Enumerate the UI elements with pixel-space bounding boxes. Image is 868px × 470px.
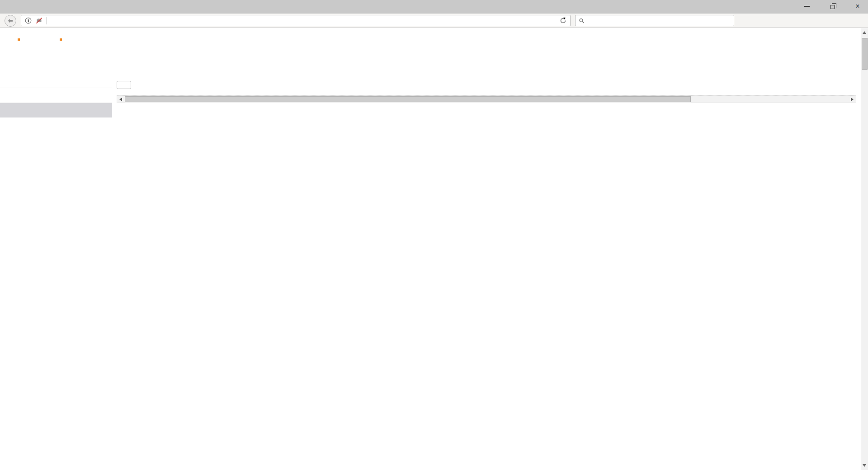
window-controls: ×	[801, 0, 863, 13]
minimize-button[interactable]	[801, 2, 813, 11]
url-separator	[46, 17, 47, 24]
new-tab-button[interactable]	[300, 1, 314, 12]
sidebar-sections	[0, 73, 112, 118]
site-info-icon[interactable]	[24, 17, 32, 24]
search-button[interactable]	[117, 81, 131, 89]
scroll-left-arrow[interactable]	[119, 98, 122, 101]
scroll-up-arrow[interactable]	[863, 31, 866, 34]
sidebar	[0, 66, 112, 470]
vertical-scrollbar[interactable]	[861, 28, 868, 470]
sidebar-section-pomoc[interactable]	[0, 73, 112, 88]
horizontal-scrollbar[interactable]	[117, 95, 856, 103]
browser-navbar	[0, 14, 868, 28]
scroll-down-arrow[interactable]	[863, 464, 866, 467]
back-button[interactable]	[5, 15, 16, 27]
tab-strip	[11, 0, 868, 14]
vertical-scroll-thumb[interactable]	[862, 38, 868, 70]
sidebar-section-portal[interactable]	[0, 88, 112, 103]
close-button[interactable]: ×	[852, 2, 863, 11]
browser-tab-bar: ×	[0, 0, 868, 14]
sidebar-section-menu-pomocnicze[interactable]	[0, 103, 112, 118]
browser-search-box[interactable]	[575, 15, 734, 26]
search-icon	[579, 18, 585, 24]
scroll-right-arrow[interactable]	[851, 98, 854, 101]
restore-button[interactable]	[826, 2, 838, 11]
horizontal-scroll-thumb[interactable]	[125, 96, 691, 102]
browser-search-input[interactable]	[587, 17, 731, 24]
main-content	[112, 66, 861, 470]
app-header	[0, 28, 861, 66]
reload-icon[interactable]	[559, 17, 567, 24]
plugin-blocked-icon[interactable]	[35, 17, 43, 24]
url-bar[interactable]	[21, 15, 571, 26]
